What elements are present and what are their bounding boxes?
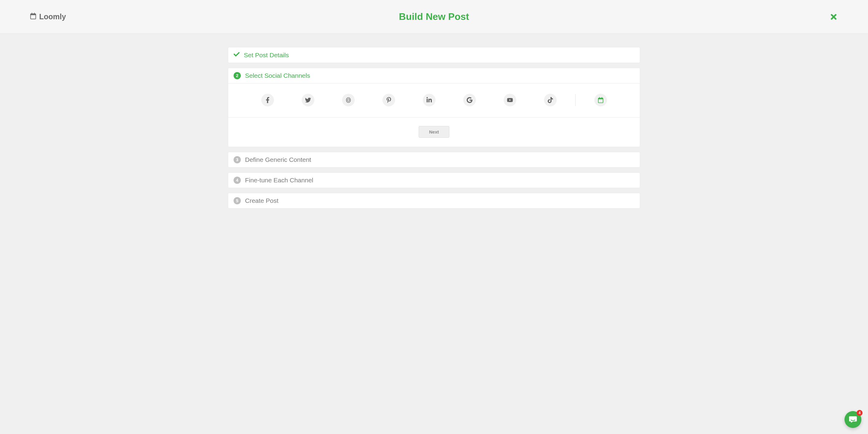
step-2-header[interactable]: 2 Select Social Channels [228, 68, 640, 84]
youtube-icon [507, 97, 513, 103]
step-3-number: 3 [234, 156, 241, 163]
calendar-icon [30, 12, 36, 21]
google-icon [467, 97, 472, 103]
channel-facebook[interactable] [261, 94, 274, 106]
step-5-number: 5 [234, 197, 241, 204]
step-2-label: Select Social Channels [245, 72, 310, 79]
channel-youtube[interactable] [504, 94, 516, 106]
step-4-number: 4 [234, 177, 241, 184]
twitter-icon [305, 97, 311, 103]
wizard-container: Set Post Details 2 Select Social Channel… [226, 34, 642, 225]
step-2-number: 2 [234, 72, 241, 79]
facebook-icon [265, 97, 271, 103]
check-icon [234, 51, 240, 59]
next-row: Next [228, 118, 640, 147]
channel-twitter[interactable] [302, 94, 314, 106]
step-4-header[interactable]: 4 Fine-tune Each Channel [228, 173, 640, 188]
step-1-header[interactable]: Set Post Details [228, 47, 640, 63]
channel-linkedin[interactable] [423, 94, 435, 106]
brand: Loomly [30, 12, 66, 21]
channel-divider [575, 94, 576, 106]
step-3-header[interactable]: 3 Define Generic Content [228, 152, 640, 167]
page-title: Build New Post [399, 11, 469, 22]
close-button[interactable] [830, 13, 838, 21]
step-1-card: Set Post Details [228, 47, 640, 63]
step-2-card: 2 Select Social Channels [228, 68, 640, 147]
step-5-label: Create Post [245, 197, 278, 204]
next-button[interactable]: Next [418, 126, 450, 138]
step-1-label: Set Post Details [244, 52, 289, 59]
step-5-header[interactable]: 5 Create Post [228, 193, 640, 208]
chat-widget[interactable]: 4 [844, 411, 861, 428]
pinterest-icon [386, 97, 392, 103]
app-header: Loomly Build New Post [0, 0, 868, 34]
brand-name: Loomly [39, 12, 66, 21]
step-3-card: 3 Define Generic Content [228, 152, 640, 167]
step-4-label: Fine-tune Each Channel [245, 177, 313, 184]
channel-instagram[interactable] [342, 94, 355, 106]
channels-row [228, 84, 640, 118]
step-3-label: Define Generic Content [245, 156, 311, 163]
channel-google[interactable] [463, 94, 476, 106]
instagram-icon [345, 97, 351, 103]
step-4-card: 4 Fine-tune Each Channel [228, 173, 640, 188]
calendar-channel-icon [598, 97, 604, 103]
tiktok-icon [547, 97, 553, 103]
channel-tiktok[interactable] [544, 94, 557, 106]
channel-pinterest[interactable] [382, 94, 395, 106]
chat-icon [848, 415, 858, 424]
linkedin-icon [426, 97, 432, 103]
step-5-card: 5 Create Post [228, 193, 640, 209]
chat-badge: 4 [857, 410, 863, 416]
channel-calendar[interactable] [594, 94, 607, 106]
close-icon [830, 13, 838, 21]
